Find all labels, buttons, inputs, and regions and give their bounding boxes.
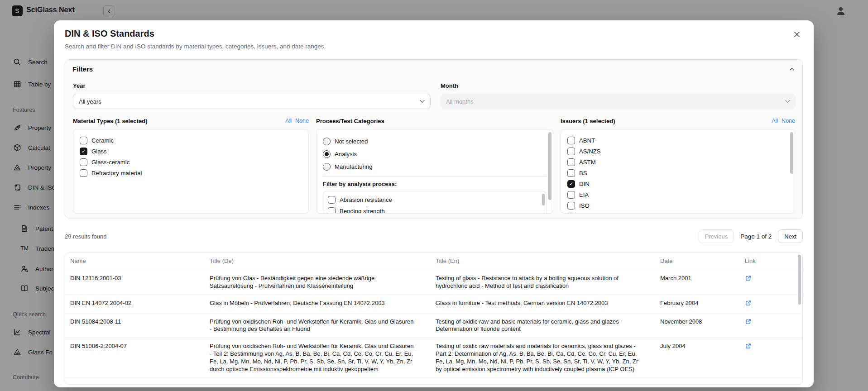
filters-card: Filters Year Month All years All months … <box>65 59 803 219</box>
option-label: Ceramic <box>91 137 114 144</box>
issuer-option[interactable]: DIN <box>567 178 788 189</box>
table-scrollbar[interactable] <box>798 255 801 305</box>
category-radio-option[interactable]: Not selected <box>323 135 547 148</box>
checkbox[interactable] <box>567 169 575 177</box>
issuers-scrollbar[interactable] <box>790 132 793 174</box>
option-label: Bending strength <box>340 208 385 214</box>
chevron-down-icon <box>420 100 425 103</box>
issuer-option[interactable]: ASTM <box>567 157 788 167</box>
select-all-link[interactable]: All <box>772 118 778 124</box>
table-row: DIN 51084:2008-11 Prüfung von oxidischen… <box>65 314 802 339</box>
table-row: DIN EN 14072:2004-02 Glas in Möbeln - Pr… <box>65 295 802 314</box>
cell-title-en: Testing of glass - Resistance to attack … <box>431 270 647 295</box>
material-types-list: Ceramic Glass Glass-ceramic <box>73 129 309 214</box>
checkbox[interactable] <box>567 191 575 199</box>
table-header-row: Name Title (De) Title (En) Date Link <box>65 253 802 270</box>
cell-title-de: Glas in Möbeln - Prüfverfahren; Deutsche… <box>205 295 421 313</box>
cell-link <box>740 295 803 313</box>
chevron-down-icon <box>785 100 790 103</box>
material-type-option[interactable]: Refractory material <box>80 167 302 178</box>
checkbox[interactable] <box>567 180 575 188</box>
issuer-option[interactable]: BS <box>567 167 788 178</box>
month-label: Month <box>441 82 458 89</box>
page-indicator: Page 1 of 2 <box>740 233 772 240</box>
cell-title-de: Prüfung von oxidischen Roh- und Werkstof… <box>205 314 421 338</box>
analysis-option[interactable]: Bending strength <box>328 205 542 214</box>
select-none-link[interactable]: None <box>782 118 795 124</box>
external-link-icon[interactable] <box>745 300 752 306</box>
option-label: ABNT <box>579 137 595 144</box>
option-label: Manufacturing <box>335 163 373 170</box>
checkbox[interactable] <box>80 137 87 144</box>
checkbox[interactable] <box>80 158 87 166</box>
material-type-option[interactable]: Ceramic <box>80 135 302 146</box>
close-button[interactable] <box>791 29 803 40</box>
option-label: EIA <box>579 191 589 198</box>
column-header-title-en: Title (En) <box>431 253 655 270</box>
column-header-title-de: Title (De) <box>205 253 431 270</box>
din-iso-standards-modal: DIN & ISO Standards Search and filter DI… <box>54 20 814 387</box>
issuer-option[interactable]: ISO <box>567 200 788 211</box>
categories-column: Process/Test Categories Not selected <box>316 116 553 214</box>
checkbox[interactable] <box>80 148 87 155</box>
cell-date: March 2001 <box>655 270 740 295</box>
checkbox[interactable] <box>567 158 575 166</box>
results-toolbar: 29 results found Previous Page 1 of 2 Ne… <box>65 229 803 244</box>
issuer-option[interactable]: EIA <box>567 189 788 200</box>
analysis-option[interactable]: Abrasion resistance <box>328 194 542 205</box>
select-none-link[interactable]: None <box>295 118 309 124</box>
external-link-icon[interactable] <box>745 343 752 349</box>
material-type-option[interactable]: Glass-ceramic <box>80 157 302 167</box>
table-body: DIN 12116:2001-03 Prüfung von Glas - Bes… <box>65 270 802 378</box>
external-link-icon[interactable] <box>745 318 752 325</box>
checkbox[interactable] <box>567 137 575 144</box>
cell-date: July 2004 <box>655 338 740 378</box>
month-select[interactable]: All months <box>441 94 796 109</box>
external-link-icon[interactable] <box>745 275 752 281</box>
year-select-value: All years <box>79 98 101 105</box>
option-label: Not selected <box>335 138 368 145</box>
checkbox[interactable] <box>328 207 336 214</box>
cell-name: DIN EN 14072:2004-02 <box>65 295 205 313</box>
category-radio-option[interactable]: Manufacturing <box>323 160 547 173</box>
next-page-button[interactable]: Next <box>778 229 803 243</box>
select-all-link[interactable]: All <box>285 118 292 124</box>
cell-title-de: Prüfung von Glas - Beständigkeit gegen e… <box>205 270 421 295</box>
column-header-date: Date <box>655 253 740 270</box>
cell-date: November 2008 <box>655 314 740 338</box>
analysis-filter-label: Filter by analysis process: <box>323 181 547 187</box>
checkbox[interactable] <box>80 169 87 177</box>
checkbox[interactable] <box>567 202 575 210</box>
category-radio-option[interactable]: Analysis <box>323 148 547 160</box>
radio[interactable] <box>323 138 331 145</box>
issuer-options: ABNT AS/NZS ASTM <box>567 135 788 214</box>
year-select[interactable]: All years <box>73 94 431 109</box>
inner-scrollbar[interactable] <box>542 194 545 205</box>
radio[interactable] <box>323 150 331 158</box>
option-label: DIN <box>579 181 590 187</box>
radio[interactable] <box>323 163 331 171</box>
categories-panel: Not selected Analysis Manufa <box>316 129 553 214</box>
material-type-option[interactable]: Glass <box>80 146 302 157</box>
option-label: Refractory material <box>91 170 142 176</box>
checkbox[interactable] <box>567 213 575 214</box>
modal-title: DIN & ISO Standards <box>65 29 154 39</box>
close-icon <box>793 31 801 38</box>
results-table: Name Title (De) Title (En) Date Link DIN… <box>65 253 803 385</box>
option-label: Glass-ceramic <box>91 159 129 166</box>
category-radio-group: Not selected Analysis Manufa <box>323 135 547 173</box>
issuer-option[interactable]: NEMA <box>567 211 788 214</box>
issuer-option[interactable]: ABNT <box>567 135 788 146</box>
table-row: DIN 51086-2:2004-07 Prüfung von oxidisch… <box>65 338 802 378</box>
cell-name: DIN 12116:2001-03 <box>65 270 205 295</box>
checkbox[interactable] <box>567 148 575 155</box>
issuer-option[interactable]: AS/NZS <box>567 146 788 157</box>
checkbox[interactable] <box>328 196 336 204</box>
collapse-filters-button[interactable] <box>789 66 795 72</box>
modal-subtitle: Search and filter DIN and ISO standards … <box>65 43 326 50</box>
previous-page-button[interactable]: Previous <box>699 229 734 243</box>
cell-name: DIN 51084:2008-11 <box>65 314 205 338</box>
issuers-label: Issuers (1 selected) <box>561 118 615 124</box>
categories-scrollbar[interactable] <box>548 132 551 200</box>
issuers-column: Issuers (1 selected) All None <box>561 116 795 214</box>
